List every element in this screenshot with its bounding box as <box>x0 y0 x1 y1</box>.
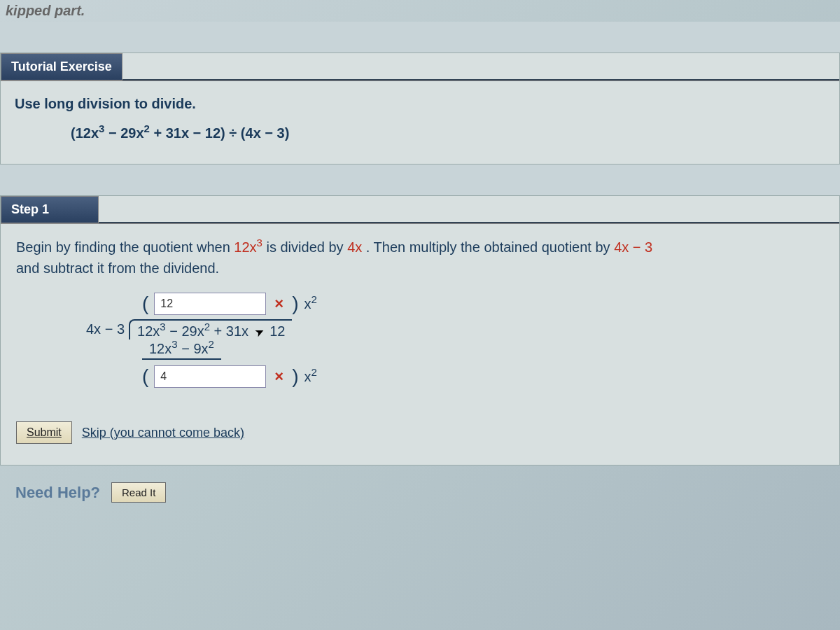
divisor: 4x − 3 <box>86 321 129 337</box>
quotient-input-1[interactable] <box>154 293 266 315</box>
skip-link[interactable]: Skip (you cannot come back) <box>82 426 244 440</box>
cursor-icon: ➤ <box>252 324 266 340</box>
read-it-button[interactable]: Read It <box>111 482 166 503</box>
quotient-input-2[interactable] <box>154 365 266 388</box>
skipped-part-label: kipped part. <box>0 0 840 22</box>
x-squared-label-1: x2 <box>304 296 317 312</box>
step1-header: Step 1 <box>1 196 99 223</box>
subtraction-row: 12x3 − 9x2 <box>142 340 221 360</box>
submit-button[interactable]: Submit <box>16 421 72 444</box>
wrong-icon: × <box>274 368 284 386</box>
close-paren-2: ) <box>292 365 298 388</box>
open-paren-1: ( <box>142 293 148 315</box>
step1-instruction: Begin by finding the quotient when 12x3 … <box>16 237 824 279</box>
tutorial-instruction: Use long division to divide. <box>15 92 825 115</box>
tutorial-exercise-header: Tutorial Exercise <box>1 53 122 80</box>
need-help-label: Need Help? <box>15 484 100 502</box>
close-paren-1: ) <box>292 293 298 315</box>
x-squared-label-2: x2 <box>304 369 317 385</box>
dividend: 12x3 − 29x2 + 31x ➤ 12 <box>129 319 292 340</box>
wrong-icon: × <box>274 295 284 313</box>
open-paren-2: ( <box>142 365 148 388</box>
problem-expression: (12x3 − 29x2 + 31x − 12) ÷ (4x − 3) <box>15 115 825 144</box>
